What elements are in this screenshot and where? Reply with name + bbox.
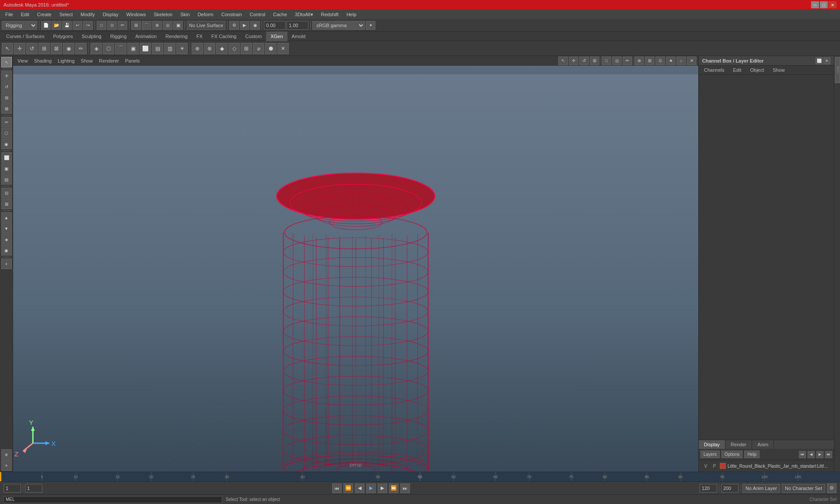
shelf-display1[interactable]: ⌒ (115, 43, 126, 54)
move-tool-btn[interactable]: ✛ (1, 70, 12, 81)
sculpt-btn[interactable]: ✏ (1, 117, 12, 127)
render-view-btn[interactable]: ▶ (240, 21, 249, 30)
misc3-btn[interactable]: ◈ (1, 234, 12, 245)
play-end-input[interactable] (700, 484, 717, 493)
tab-fx[interactable]: FX (192, 32, 207, 41)
menu-skeleton[interactable]: Skeleton (150, 11, 176, 18)
snap-view-btn[interactable]: ◎ (163, 21, 172, 30)
vp-grid[interactable]: ⊞ (645, 56, 654, 65)
tab-display[interactable]: Display (699, 440, 725, 449)
vp-move-btn[interactable]: ✛ (569, 56, 578, 65)
layers-btn[interactable]: Layers (700, 451, 720, 458)
layer-skip-start[interactable]: ⏮ (799, 451, 806, 458)
tab-polygons[interactable]: Polygons (49, 32, 77, 41)
render-settings-btn[interactable]: ⚙ (229, 21, 239, 30)
value1-input[interactable] (264, 21, 286, 30)
shelf-deform[interactable]: ⌀ (253, 43, 264, 54)
universal-tool-btn[interactable]: ⊠ (1, 103, 12, 114)
lasso-btn[interactable]: ⊙ (107, 21, 117, 30)
current-frame-input[interactable] (4, 484, 21, 493)
soft-select-btn[interactable]: ◉ (1, 139, 12, 149)
tab-animation[interactable]: Animation (131, 32, 161, 41)
extra-btn[interactable]: + (1, 259, 12, 269)
shelf-extra1[interactable]: ⬢ (265, 43, 276, 54)
layer-p-toggle[interactable]: P (711, 464, 718, 469)
menu-select[interactable]: Select (56, 11, 77, 18)
tab-rigging[interactable]: Rigging (106, 32, 131, 41)
rigging-dropdown[interactable]: Rigging Modeling Animation Rendering (2, 21, 37, 30)
vp-snap4[interactable]: ✕ (687, 56, 696, 65)
cb-close-btn[interactable]: ✕ (823, 57, 830, 64)
vp-menu-panels[interactable]: Panels (122, 57, 143, 64)
end-frame-input[interactable] (721, 484, 738, 493)
vp-focus[interactable]: ⊕ (634, 56, 644, 65)
paint-sel-btn[interactable]: ✏ (118, 21, 127, 30)
vp-lasso[interactable]: ◎ (612, 56, 622, 65)
scale-tool-btn[interactable]: ⊞ (1, 92, 12, 103)
goto-start-btn[interactable]: ⏮ (332, 483, 342, 493)
vp-snap3[interactable]: ⌂ (676, 56, 686, 65)
shelf-light[interactable]: ☀ (176, 43, 188, 54)
menu-create[interactable]: Create (34, 11, 55, 18)
play-btn[interactable]: ▶ (366, 483, 376, 493)
snap1-btn[interactable]: ⊟ (1, 188, 12, 198)
menu-deform[interactable]: Deform (194, 11, 217, 18)
tab-render[interactable]: Render (725, 440, 752, 449)
layer-prev[interactable]: ◀ (808, 451, 815, 458)
vp-scale-btn[interactable]: ⊞ (590, 56, 599, 65)
snap-curve-btn[interactable]: ⌒ (142, 21, 151, 30)
shelf-wireframe[interactable]: ⬜ (140, 43, 151, 54)
misc4-btn[interactable]: ◉ (1, 245, 12, 256)
viewport-canvas[interactable]: X Y Z persp (13, 66, 698, 472)
menu-modify[interactable]: Modify (77, 11, 98, 18)
shelf-show-all[interactable]: ◈ (91, 43, 102, 54)
menu-constrain[interactable]: Constrain (218, 11, 245, 18)
rotate-tool-btn[interactable]: ↺ (1, 81, 12, 92)
shelf-select[interactable]: ↖ (2, 43, 13, 54)
vp-menu-lighting[interactable]: Lighting (55, 57, 77, 64)
shelf-display2[interactable]: ▣ (127, 43, 139, 54)
mel-input[interactable] (23, 497, 220, 502)
vp-snap2[interactable]: ★ (666, 56, 676, 65)
menu-help[interactable]: Help (343, 11, 360, 18)
vp-rotate-btn[interactable]: ↺ (579, 56, 589, 65)
paint-btn[interactable]: ⬡ (1, 128, 12, 138)
tab-rendering[interactable]: Rendering (161, 32, 192, 41)
anim-settings-btn[interactable]: ⚙ (827, 483, 836, 493)
shelf-scale[interactable]: ⊞ (38, 43, 50, 54)
save-file-btn[interactable]: 💾 (62, 21, 72, 30)
vp-snap1[interactable]: ⊙ (655, 56, 665, 65)
shelf-skin1[interactable]: ◆ (216, 43, 228, 54)
tab-sculpting[interactable]: Sculpting (77, 32, 106, 41)
redo-btn[interactable]: ↪ (83, 21, 93, 30)
tab-xgen[interactable]: XGen (266, 32, 287, 41)
value2-input[interactable] (287, 21, 308, 30)
snap-grid-btn[interactable]: ⊞ (131, 21, 141, 30)
menu-3dtoall[interactable]: 3DtoAll▾ (291, 11, 316, 18)
select-tool-btn[interactable]: ↖ (1, 57, 12, 67)
shelf-isolate[interactable]: ⬡ (103, 43, 114, 54)
vp-box-select[interactable]: □ (602, 56, 611, 65)
vp-select-btn[interactable]: ↖ (558, 56, 568, 65)
layer-vp-toggle[interactable]: V (702, 464, 709, 469)
shelf-rotate[interactable]: ↺ (26, 43, 38, 54)
misc2-btn[interactable]: ▼ (1, 223, 12, 234)
layer-next[interactable]: ▶ (816, 451, 823, 458)
layer-skip-end[interactable]: ⏭ (825, 451, 832, 458)
axis-icon[interactable]: ✛ (1, 460, 12, 471)
shelf-skin2[interactable]: ◇ (228, 43, 240, 54)
shelf-sculpt[interactable]: ✏ (75, 43, 87, 54)
shelf-joint[interactable]: ⊕ (192, 43, 203, 54)
menu-display[interactable]: Display (99, 11, 122, 18)
box2-btn[interactable]: ▣ (1, 163, 12, 174)
snap-pt-btn[interactable]: ⊕ (152, 21, 162, 30)
help-btn[interactable]: Help (744, 451, 760, 458)
tab-channels[interactable]: Channels (700, 66, 728, 74)
minimize-button[interactable]: ─ (811, 1, 819, 8)
shelf-extra2[interactable]: ✕ (277, 43, 289, 54)
shelf-texture[interactable]: ▥ (164, 43, 175, 54)
prev-frame-btn[interactable]: ◀ (355, 483, 364, 493)
tab-show[interactable]: Show (769, 66, 788, 74)
color-mgmt-btn[interactable]: ▾ (366, 21, 375, 30)
menu-edit[interactable]: Edit (18, 11, 33, 18)
